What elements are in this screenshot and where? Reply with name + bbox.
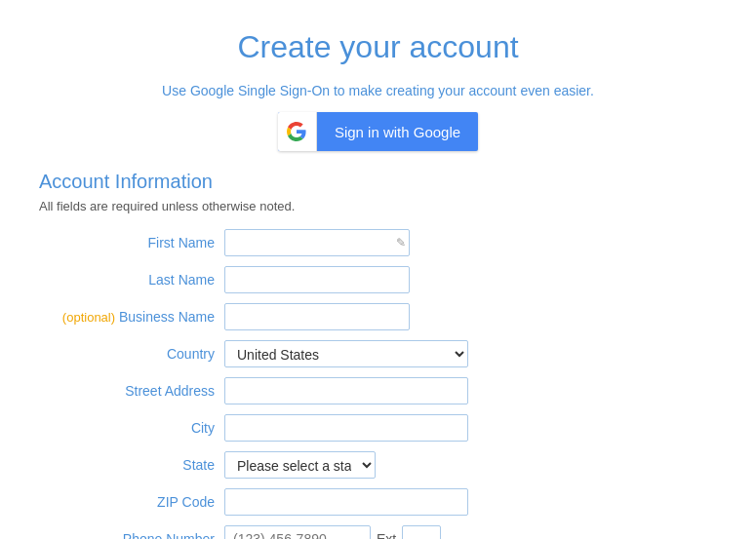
state-select[interactable]: Please select a state Alabama Alaska Ari… [224, 451, 376, 479]
business-name-input[interactable] [224, 303, 410, 330]
first-name-wrapper: ✎ [224, 229, 410, 256]
street-address-label: Street Address [39, 383, 224, 399]
first-name-label: First Name [39, 235, 224, 250]
google-logo-icon [278, 112, 317, 151]
city-input[interactable] [224, 414, 468, 442]
ext-input[interactable] [402, 525, 441, 539]
business-name-label: (optional) Business Name [39, 309, 224, 325]
country-row: Country United States Canada Mexico Unit… [39, 340, 717, 367]
ext-label: Ext [377, 531, 396, 539]
phone-input[interactable] [224, 525, 371, 539]
phone-label: Phone Number [39, 531, 224, 539]
account-info-section: Account Information All fields are requi… [39, 171, 717, 539]
country-label: Country [39, 346, 224, 362]
phone-row-inputs: Ext [224, 525, 441, 539]
business-name-row: (optional) Business Name [39, 303, 717, 330]
last-name-row: Last Name [39, 266, 717, 293]
first-name-row: First Name ✎ [39, 229, 717, 256]
business-name-label-text: Business Name [119, 309, 215, 325]
last-name-label: Last Name [39, 272, 224, 288]
optional-tag: (optional) [62, 310, 115, 325]
autofill-icon: ✎ [396, 236, 406, 250]
google-signin-button[interactable]: Sign in with Google [278, 112, 478, 151]
zip-input[interactable] [224, 488, 468, 516]
google-signin-label: Sign in with Google [317, 112, 478, 151]
zip-label: ZIP Code [39, 494, 224, 510]
sso-description: Use Google Single Sign-On to make creati… [39, 83, 717, 98]
city-row: City [39, 414, 717, 442]
required-note: All fields are required unless otherwise… [39, 199, 717, 213]
street-address-row: Street Address [39, 377, 717, 404]
section-title: Account Information [39, 171, 717, 193]
state-row: State Please select a state Alabama Alas… [39, 451, 717, 479]
state-label: State [39, 457, 224, 473]
street-address-input[interactable] [224, 377, 468, 404]
city-label: City [39, 420, 224, 436]
last-name-input[interactable] [224, 266, 410, 293]
first-name-input[interactable] [224, 229, 410, 256]
page-container: Create your account Use Google Single Si… [0, 0, 756, 539]
sso-section: Use Google Single Sign-On to make creati… [39, 83, 717, 151]
zip-row: ZIP Code [39, 488, 717, 516]
page-title: Create your account [39, 29, 717, 65]
country-select[interactable]: United States Canada Mexico United Kingd… [224, 340, 468, 367]
phone-row: Phone Number Ext [39, 525, 717, 539]
